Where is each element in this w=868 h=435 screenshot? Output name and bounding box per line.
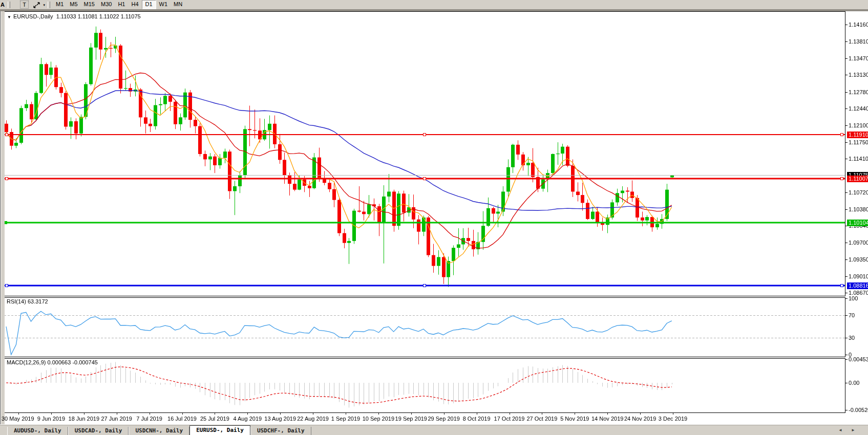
- window-left-border: [0, 11, 5, 435]
- timeframe-button-mn[interactable]: MN: [171, 0, 185, 8]
- date-tick-label: 30 May 2019: [2, 416, 34, 422]
- rsi-tick-label: 70: [849, 312, 855, 318]
- tab-scroll-right-icon[interactable]: ►: [851, 428, 855, 432]
- date-tick-label: 8 Oct 2019: [463, 416, 491, 422]
- price-tick-label: 1.13470: [849, 55, 868, 61]
- tab-scroll-left-icon[interactable]: ◄: [838, 428, 842, 432]
- timeframe-button-h4[interactable]: H4: [128, 0, 141, 8]
- date-tick-label: 22 Aug 2019: [297, 416, 329, 422]
- chart-tab-usdcnh[interactable]: USDCNH-, Daily: [129, 427, 189, 435]
- trading-terminal-window: { "toolbar": { "icon_a": "A", "icon_t": …: [0, 0, 868, 435]
- date-tick-label: 1 Sep 2019: [331, 416, 360, 422]
- timeframe-button-m5[interactable]: M5: [67, 0, 80, 8]
- date-tick-label: 14 Nov 2019: [591, 416, 623, 422]
- price-tick-label: 1.12100: [849, 122, 868, 128]
- price-level-badge: 1.10104: [847, 220, 868, 226]
- date-tick-label: 18 Jun 2019: [69, 416, 100, 422]
- price-level-badge: 1.11910: [847, 132, 868, 138]
- timeframe-button-m30[interactable]: M30: [98, 0, 115, 8]
- price-tick-label: 1.09010: [849, 273, 868, 279]
- timeframe-button-m15[interactable]: M15: [81, 0, 98, 8]
- price-tick-label: 1.11750: [849, 139, 868, 145]
- letter-a-icon[interactable]: A: [1, 2, 5, 8]
- price-tick-label: 1.13810: [849, 38, 868, 45]
- timeframe-button-d1[interactable]: D1: [142, 0, 156, 9]
- chart-canvas[interactable]: [0, 0, 868, 435]
- rsi-indicator-label: RSI(14) 63.3172: [7, 298, 48, 304]
- rsi-tick-label: 30: [849, 335, 855, 341]
- chart-symbol-label: EURUSD-,Daily: [13, 13, 53, 19]
- price-level-badge: 1.11007: [847, 176, 868, 182]
- price-tick-label: 1.13130: [849, 72, 868, 78]
- date-tick-label: 27 Jun 2019: [101, 416, 132, 422]
- date-tick-label: 24 Nov 2019: [624, 416, 656, 422]
- timeframe-button-m1[interactable]: M1: [53, 0, 67, 8]
- date-tick-label: 29 Sep 2019: [428, 416, 459, 422]
- date-tick-label: 17 Oct 2019: [494, 416, 525, 422]
- date-tick-label: 16 Jul 2019: [167, 416, 197, 422]
- macd-tick-label: -0.005205: [849, 407, 868, 413]
- text-tool-icon[interactable]: T: [20, 1, 29, 9]
- date-tick-label: 25 Jul 2019: [200, 416, 229, 422]
- date-tick-label: 4 Aug 2019: [233, 416, 262, 422]
- price-level-badge: 1.08816: [847, 282, 868, 289]
- date-tick-label: 27 Oct 2019: [526, 416, 557, 422]
- price-tick-label: 1.10720: [849, 189, 868, 195]
- date-tick-label: 7 Jul 2019: [136, 416, 162, 422]
- price-tick-label: 1.09350: [849, 256, 868, 263]
- chart-tab-audusd[interactable]: AUDUSD-, Daily: [7, 427, 68, 435]
- date-tick-label: 19 Sep 2019: [395, 416, 427, 422]
- date-tick-label: 5 Nov 2019: [560, 416, 589, 422]
- toolbar-separator: [48, 2, 50, 8]
- macd-indicator-label: MACD(12,26,9) 0.000663 -0.000745: [7, 359, 98, 365]
- price-tick-label: 1.14160: [849, 21, 868, 28]
- chart-tab-usdcad[interactable]: USDCAD-, Daily: [68, 427, 129, 435]
- date-tick-label: 3 Dec 2019: [659, 416, 687, 422]
- chart-tab-bar: AUDUSD-, DailyUSDCAD-, DailyUSDCNH-, Dai…: [0, 424, 868, 435]
- chart-tab-usdchf[interactable]: USDCHF-, Daily: [250, 427, 311, 435]
- tabbar-corner: [0, 425, 7, 435]
- arrows-tool-icon[interactable]: ▾: [33, 1, 45, 9]
- macd-tick-label: 0.004536: [849, 356, 868, 362]
- date-tick-label: 13 Aug 2019: [264, 416, 296, 422]
- toolbar-separator: [8, 2, 10, 8]
- rsi-tick-label: 100: [849, 295, 858, 301]
- macd-tick-label: 0.00: [849, 380, 859, 386]
- timeframe-button-w1[interactable]: W1: [156, 0, 171, 8]
- price-tick-label: 1.12780: [849, 89, 868, 95]
- window-top-border: [0, 9, 868, 11]
- chevron-down-icon: ▾: [43, 3, 45, 7]
- timeframe-button-h1[interactable]: H1: [115, 0, 128, 8]
- timeframe-buttons: M1M5M15M30H1H4D1W1MN: [53, 0, 185, 9]
- chart-title: ▼EURUSD-,Daily 1.11033 1.11081 1.11022 1…: [7, 13, 141, 19]
- price-tick-label: 1.09700: [849, 240, 868, 246]
- price-tick-label: 1.11410: [849, 156, 868, 162]
- chart-tab-eurusd[interactable]: EURUSD-, Daily: [189, 425, 250, 435]
- chart-ohlc-values: 1.11033 1.11081 1.11022 1.11075: [56, 13, 141, 19]
- date-tick-label: 9 Jun 2019: [37, 416, 65, 422]
- toolbar: A T ▾ M1M5M15M30H1H4D1W1MN: [0, 0, 868, 9]
- date-tick-label: 10 Sep 2019: [363, 416, 394, 422]
- chart-dropdown-icon[interactable]: ▼: [7, 15, 11, 19]
- price-tick-label: 1.10380: [849, 206, 868, 212]
- price-tick-label: 1.12440: [849, 105, 868, 112]
